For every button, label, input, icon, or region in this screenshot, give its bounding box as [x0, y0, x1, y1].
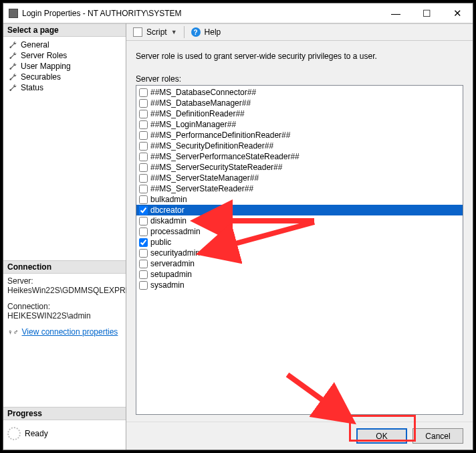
role-checkbox[interactable]	[139, 120, 148, 129]
sidebar-page-status[interactable]: Status	[7, 82, 122, 93]
role-checkbox[interactable]	[139, 217, 148, 225]
connection-props-icon: ♀♂	[7, 328, 19, 336]
role-checkbox[interactable]	[139, 249, 148, 258]
script-dropdown-icon[interactable]: ▼	[171, 29, 177, 35]
role-item[interactable]: ##MS_LoginManager##	[136, 119, 463, 130]
role-item[interactable]: ##MS_ServerStateReader##	[136, 183, 463, 194]
script-button[interactable]: Script	[146, 27, 167, 37]
role-item[interactable]: ##MS_DatabaseConnector##	[136, 87, 463, 98]
server-roles-label: Server roles:	[136, 74, 463, 84]
role-checkbox[interactable]	[139, 238, 148, 247]
sidebar-page-label: Securables	[21, 72, 61, 82]
ok-button[interactable]: OK	[356, 428, 407, 444]
progress-header: Progress	[3, 407, 126, 420]
sidebar-page-securables[interactable]: Securables	[7, 72, 122, 82]
role-item[interactable]: ##MS_PerformanceDefinitionReader##	[136, 130, 463, 141]
role-label: ##MS_SecurityDefinitionReader##	[150, 141, 273, 151]
select-page-header: Select a page	[3, 23, 126, 37]
cancel-button[interactable]: Cancel	[412, 428, 463, 444]
role-checkbox[interactable]	[139, 99, 148, 108]
titlebar: Login Properties - NT AUTHORITY\SYSTEM —…	[3, 3, 473, 23]
role-checkbox[interactable]	[139, 131, 148, 140]
connection-header: Connection	[3, 260, 126, 274]
connection-value: HEIKESWIN22S\admin	[7, 311, 122, 321]
progress-panel: Ready	[3, 420, 126, 450]
description-text: Server role is used to grant server-wide…	[136, 52, 463, 61]
role-checkbox[interactable]	[139, 153, 148, 161]
role-label: dbcreator	[150, 205, 185, 215]
role-item[interactable]: setupadmin	[136, 269, 463, 280]
server-label: Server:	[7, 276, 122, 286]
role-checkbox[interactable]	[139, 270, 148, 279]
role-label: public	[150, 237, 171, 248]
close-button[interactable]: ✕	[442, 3, 473, 23]
role-item[interactable]: ##MS_DefinitionReader##	[136, 108, 463, 119]
login-properties-window: Login Properties - NT AUTHORITY\SYSTEM —…	[3, 3, 473, 450]
role-label: ##MS_ServerStateReader##	[150, 183, 253, 194]
role-checkbox[interactable]	[139, 110, 148, 118]
role-checkbox[interactable]	[139, 174, 148, 183]
role-checkbox[interactable]	[139, 281, 148, 290]
connection-label: Connection:	[7, 302, 122, 311]
progress-spinner-icon	[7, 427, 21, 440]
sidebar-page-user-mapping[interactable]: User Mapping	[7, 61, 122, 72]
connection-panel: Server: HeikesWin22S\GDMMSQLEXPRE Connec…	[3, 274, 126, 342]
server-value: HeikesWin22S\GDMMSQLEXPRE	[7, 286, 122, 295]
sidebar-page-label: User Mapping	[21, 62, 71, 71]
role-checkbox[interactable]	[139, 206, 148, 215]
app-icon	[9, 9, 18, 18]
role-checkbox[interactable]	[139, 142, 148, 151]
help-icon: ?	[191, 27, 201, 37]
sidebar-page-label: Status	[21, 83, 43, 92]
role-checkbox[interactable]	[139, 185, 148, 193]
sidebar-page-server-roles[interactable]: Server Roles	[7, 50, 122, 61]
sidebar-page-label: Server Roles	[21, 51, 67, 60]
window-title: Login Properties - NT AUTHORITY\SYSTEM	[22, 9, 380, 18]
role-checkbox[interactable]	[139, 163, 148, 172]
role-item[interactable]: securityadmin	[136, 248, 463, 258]
role-checkbox[interactable]	[139, 195, 148, 204]
sidebar: Select a page GeneralServer RolesUser Ma…	[3, 23, 126, 450]
role-checkbox[interactable]	[139, 260, 148, 268]
role-item[interactable]: ##MS_DatabaseManager##	[136, 98, 463, 108]
role-label: diskadmin	[150, 215, 187, 226]
role-label: ##MS_ServerStateManager##	[150, 173, 259, 183]
role-label: ##MS_ServerPerformanceStateReader##	[150, 151, 300, 162]
role-item[interactable]: ##MS_ServerPerformanceStateReader##	[136, 151, 463, 162]
sidebar-page-label: General	[21, 40, 49, 50]
role-item[interactable]: ##MS_ServerStateManager##	[136, 173, 463, 183]
role-label: setupadmin	[150, 269, 192, 280]
role-label: ##MS_DatabaseManager##	[150, 98, 251, 108]
role-checkbox[interactable]	[139, 88, 148, 97]
role-item[interactable]: ##MS_SecurityDefinitionReader##	[136, 141, 463, 151]
role-label: ##MS_ServerSecurityStateReader##	[150, 162, 282, 173]
role-label: ##MS_DefinitionReader##	[150, 108, 245, 119]
sidebar-page-general[interactable]: General	[7, 39, 122, 50]
toolbar-separator	[184, 26, 185, 38]
role-checkbox[interactable]	[139, 228, 148, 236]
role-item[interactable]: public	[136, 237, 463, 248]
server-roles-listbox[interactable]: ##MS_DatabaseConnector####MS_DatabaseMan…	[136, 85, 463, 415]
role-label: ##MS_PerformanceDefinitionReader##	[150, 130, 290, 141]
role-label: securityadmin	[150, 248, 200, 258]
toolbar: Script ▼ ? Help	[126, 23, 473, 41]
view-connection-properties-link[interactable]: View connection properties	[22, 327, 118, 337]
role-item[interactable]: ##MS_ServerSecurityStateReader##	[136, 162, 463, 173]
role-item[interactable]: serveradmin	[136, 258, 463, 269]
role-label: ##MS_DatabaseConnector##	[150, 87, 256, 98]
dialog-footer: OK Cancel	[126, 422, 473, 450]
progress-status: Ready	[25, 429, 48, 438]
maximize-button[interactable]: ☐	[411, 3, 442, 23]
role-item[interactable]: bulkadmin	[136, 194, 463, 205]
role-label: processadmin	[150, 226, 201, 237]
role-label: serveradmin	[150, 258, 195, 269]
script-icon	[133, 27, 142, 37]
page-list: GeneralServer RolesUser MappingSecurable…	[3, 37, 126, 98]
role-item[interactable]: diskadmin	[136, 215, 463, 226]
role-item[interactable]: dbcreator	[136, 205, 463, 215]
minimize-button[interactable]: —	[380, 3, 411, 23]
help-button[interactable]: Help	[205, 27, 221, 37]
role-item[interactable]: sysadmin	[136, 280, 463, 290]
role-label: ##MS_LoginManager##	[150, 119, 236, 130]
role-item[interactable]: processadmin	[136, 226, 463, 237]
